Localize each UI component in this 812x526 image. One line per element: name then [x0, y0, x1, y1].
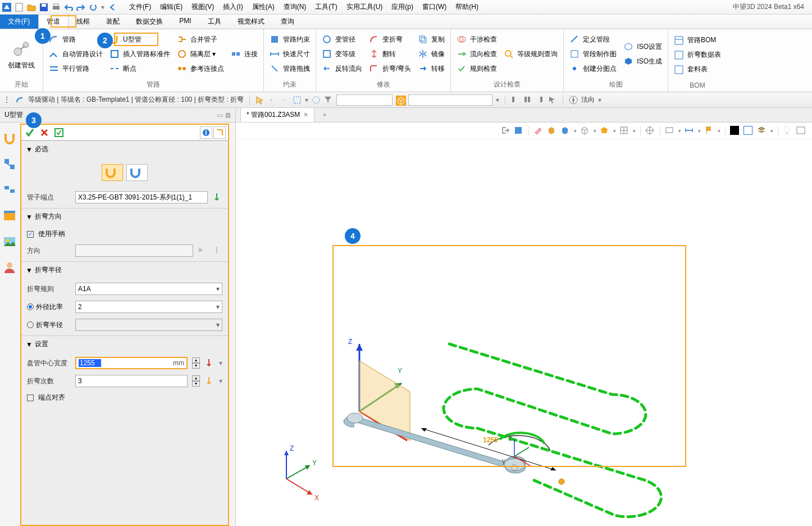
auto-route-button[interactable]: 自动管路设计	[47, 48, 105, 60]
count-dropdown-icon[interactable]: ▾	[219, 377, 222, 385]
copy-button[interactable]: 复制	[416, 33, 447, 46]
apply-button[interactable]	[53, 126, 65, 139]
align-checkbox[interactable]	[27, 394, 34, 401]
vt-cube-icon[interactable]	[560, 126, 571, 136]
vt-layers-icon[interactable]	[757, 126, 767, 136]
plus-icon[interactable]: ＋	[268, 96, 277, 105]
select-mode-icon[interactable]	[293, 96, 302, 105]
info-button[interactable]: i	[200, 126, 212, 139]
breakpoint-button[interactable]: 断点	[107, 62, 172, 75]
mirror-button[interactable]: 镜像	[416, 48, 447, 60]
define-segment-button[interactable]: 定义管段	[567, 33, 619, 46]
vt-screen-icon[interactable]	[665, 126, 675, 136]
vt-grid-icon[interactable]	[619, 126, 629, 136]
count-field[interactable]	[75, 375, 188, 387]
width-dropdown-icon[interactable]: ▾	[219, 359, 222, 367]
filter-dropdown-1[interactable]	[336, 94, 393, 106]
ratio-select[interactable]: 2▾	[75, 301, 222, 313]
align1-icon[interactable]	[511, 96, 520, 105]
collapse-icon[interactable]: ▼	[26, 341, 33, 348]
cube-icon[interactable]	[396, 96, 405, 105]
pipe-drag-button[interactable]: 管路拖拽	[267, 62, 312, 75]
tab-file[interactable]: 文件(F)	[0, 15, 38, 29]
sb-image-icon[interactable]	[3, 235, 16, 248]
menu-help[interactable]: 帮助(H)	[452, 1, 482, 13]
u-pipe-button[interactable]: U型管	[107, 33, 172, 46]
iso-generate-button[interactable]: ISO生成	[621, 55, 664, 67]
move-button[interactable]: 转移	[416, 62, 447, 75]
width-pick-icon[interactable]	[204, 358, 215, 368]
cancel-button[interactable]	[38, 126, 51, 139]
compass-icon[interactable]	[569, 96, 578, 105]
sb-assembly-icon[interactable]	[3, 183, 16, 197]
redo-icon[interactable]	[76, 3, 85, 12]
align3-icon[interactable]	[536, 96, 545, 105]
change-bend-button[interactable]: 变折弯	[367, 33, 413, 46]
cursor-icon[interactable]	[256, 96, 264, 105]
ratio-radio[interactable]	[27, 303, 34, 310]
use-handle-checkbox[interactable]: ✓	[27, 231, 34, 238]
merge-pipe-button[interactable]: 合并管子	[175, 33, 226, 46]
interference-button[interactable]: 干涉检查	[454, 33, 499, 46]
reverse-flow-button[interactable]: 反转流向	[320, 62, 364, 75]
menu-app[interactable]: 应用(p)	[388, 1, 417, 13]
menu-file[interactable]: 文件(F)	[126, 1, 154, 13]
sb-user-icon[interactable]	[3, 261, 16, 274]
bend-data-button[interactable]: 折弯数据表	[672, 49, 723, 61]
align2-icon[interactable]	[523, 96, 532, 105]
pointer-icon[interactable]	[548, 96, 557, 105]
sb-tree-icon[interactable]	[3, 157, 16, 171]
menu-query[interactable]: 查询(N)	[280, 1, 310, 13]
direction-expand-icon[interactable]: ⪢	[198, 246, 208, 256]
sb-u-icon[interactable]	[3, 132, 16, 145]
count-pick-icon[interactable]	[204, 376, 215, 386]
vt-layer-icon[interactable]	[514, 126, 524, 136]
connect-button[interactable]: 连接	[229, 48, 260, 60]
collapse-icon[interactable]: ▼	[26, 213, 33, 221]
vt-exit-icon[interactable]	[500, 126, 510, 136]
menu-insert[interactable]: 插入(I)	[220, 1, 246, 13]
filter-dropdown-2[interactable]	[408, 94, 492, 106]
menu-tools[interactable]: 工具(T)	[312, 1, 340, 13]
tab-visual[interactable]: 视觉样式	[230, 15, 273, 29]
menu-window[interactable]: 窗口(W)	[419, 1, 450, 13]
view-orientation-label[interactable]: 法向	[581, 95, 595, 105]
print-icon[interactable]	[52, 3, 61, 12]
save-icon[interactable]	[39, 3, 48, 12]
vt-erase-icon[interactable]	[533, 126, 544, 136]
new-icon[interactable]	[15, 3, 24, 12]
count-spinner[interactable]: ▴▾	[192, 375, 200, 387]
flow-check-button[interactable]: 流向检查	[454, 48, 499, 60]
pick-endpoint-icon[interactable]	[212, 192, 222, 202]
refresh-icon[interactable]	[89, 3, 98, 12]
3d-viewport[interactable]: Z Y X Z Y	[236, 139, 812, 526]
vt-flag-icon[interactable]	[704, 126, 714, 136]
reset-button[interactable]	[213, 126, 226, 139]
menu-view[interactable]: 视图(V)	[188, 1, 217, 13]
tab-tools[interactable]: 工具	[200, 15, 230, 29]
pipe-constraint-button[interactable]: 管路约束	[267, 33, 312, 46]
iso-settings-button[interactable]: ISO设置	[621, 40, 664, 53]
menu-edit[interactable]: 编辑(E)	[157, 1, 186, 13]
menu-attr[interactable]: 属性(A)	[249, 1, 278, 13]
tab-query[interactable]: 查询	[273, 15, 303, 29]
segment-drawing-button[interactable]: 管段制作图	[567, 48, 619, 60]
radius-radio[interactable]	[27, 321, 34, 328]
tab-exchange[interactable]: 数据交换	[128, 15, 171, 29]
menu-util[interactable]: 实用工具(U)	[343, 1, 386, 13]
class-rule-query-button[interactable]: 等级规则查询	[501, 48, 560, 60]
flip-button[interactable]: 翻转	[367, 48, 413, 60]
undo-icon[interactable]	[64, 3, 73, 12]
direction-field[interactable]	[75, 244, 193, 257]
panel-close-icon[interactable]: ⊠	[225, 111, 231, 119]
endpoint-field[interactable]	[75, 191, 208, 203]
nesting-button[interactable]: 套料表	[672, 64, 723, 76]
tab-close-icon[interactable]: ✕	[303, 111, 308, 119]
change-diameter-button[interactable]: 变管径	[320, 33, 364, 46]
u-shape-a-button[interactable]	[102, 164, 123, 181]
ref-connect-button[interactable]: 参考连接点	[175, 62, 226, 75]
rule-check-button[interactable]: 规则检查	[454, 62, 499, 75]
split-point-button[interactable]: 创建分图点	[567, 62, 619, 75]
tab-pmi[interactable]: PMI	[171, 15, 199, 29]
open-icon[interactable]	[27, 3, 36, 12]
